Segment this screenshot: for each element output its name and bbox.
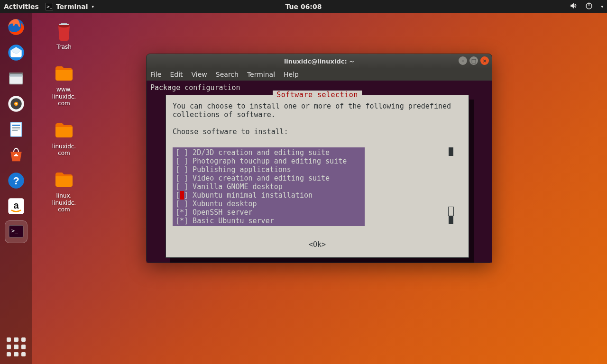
dock-files[interactable] <box>5 67 28 90</box>
svg-rect-16 <box>12 125 20 126</box>
folder-icon <box>53 168 75 191</box>
show-applications-button[interactable] <box>7 337 26 356</box>
gnome-topbar: Activities >_ Terminal ▾ Tue 06:08 ▾ <box>0 0 607 13</box>
svg-text:>_: >_ <box>11 228 18 234</box>
window-maximize-button[interactable]: □ <box>469 56 478 65</box>
svg-rect-9 <box>10 74 23 77</box>
menu-view[interactable]: View <box>192 71 207 78</box>
menu-file[interactable]: File <box>150 71 161 78</box>
svg-rect-18 <box>12 128 20 129</box>
tasksel-dialog: Software selection You can choose to ins… <box>166 95 469 258</box>
tasksel-scrollbar[interactable] <box>449 147 453 226</box>
menu-terminal[interactable]: Terminal <box>247 71 275 78</box>
desktop-folder-www-label: www. linuxidc. com <box>52 86 76 107</box>
folder-icon <box>53 118 75 141</box>
app-menu-label: Terminal <box>56 3 88 10</box>
dock-terminal[interactable]: >_ <box>5 220 28 243</box>
tasksel-option[interactable]: [ ] Vanilla GNOME desktop <box>173 182 365 191</box>
window-close-button[interactable]: × <box>480 56 489 65</box>
tasksel-option[interactable]: [ ] Publishing applications <box>173 165 365 174</box>
dock-amazon[interactable]: a <box>5 195 28 218</box>
dock-thunderbird[interactable] <box>5 41 28 64</box>
tasksel-option[interactable]: [*] OpenSSH server <box>173 208 365 217</box>
tasksel-title: Software selection <box>273 91 362 99</box>
system-menu-chevron-icon[interactable]: ▾ <box>601 4 603 9</box>
tasksel-option[interactable]: [ ] Xubuntu desktop <box>173 200 365 208</box>
tasksel-option[interactable]: [ ] 2D/3D creation and editing suite <box>173 148 365 157</box>
tasksel-lead1: You can choose to install one or more of… <box>173 102 462 110</box>
clock[interactable]: Tue 06:08 <box>285 3 322 10</box>
tasksel-option[interactable]: [ ] Video creation and editing suite <box>173 174 365 182</box>
dock-rhythmbox[interactable] <box>5 92 28 115</box>
svg-text:?: ? <box>13 175 19 187</box>
window-titlebar[interactable]: linuxidc@linuxidc: ~ – □ × <box>147 54 492 68</box>
tasksel-ok-button[interactable]: <Ok> <box>173 240 462 249</box>
tasksel-option[interactable]: [ ] Xubuntu minimal installation <box>173 191 365 200</box>
chevron-down-icon: ▾ <box>92 4 94 9</box>
folder-icon <box>53 62 75 84</box>
desktop-trash[interactable]: Trash <box>53 19 75 50</box>
tasksel-options: [ ] 2D/3D creation and editing suite[ ] … <box>173 147 462 226</box>
menu-help[interactable]: Help <box>284 71 299 78</box>
menu-search[interactable]: Search <box>216 71 239 78</box>
desktop-folder-linux-label: linux. linuxidc. com <box>52 192 76 213</box>
power-icon[interactable] <box>585 1 593 11</box>
tasksel-option[interactable]: [ ] Photograph touchup and editing suite <box>173 157 365 165</box>
terminal-body[interactable]: Package configuration Software selection… <box>147 81 492 263</box>
menu-edit[interactable]: Edit <box>170 71 183 78</box>
window-minimize-button[interactable]: – <box>459 56 467 65</box>
svg-rect-30 <box>59 24 69 25</box>
dock-help[interactable]: ? <box>5 169 28 192</box>
svg-point-13 <box>15 103 17 104</box>
desktop-folder-www[interactable]: www. linuxidc. com <box>52 62 76 107</box>
desktop-folder-linux[interactable]: linux. linuxidc. com <box>52 168 76 213</box>
dock: ? a >_ <box>0 13 32 364</box>
dock-writer[interactable] <box>5 118 28 141</box>
volume-icon[interactable] <box>570 1 578 11</box>
desktop-folder-linuxidc[interactable]: linuxidc. com <box>52 118 76 157</box>
dock-software[interactable] <box>5 144 28 166</box>
svg-rect-19 <box>12 130 18 131</box>
tasksel-prompt: Choose software to install: <box>173 127 462 136</box>
activities-button[interactable]: Activities <box>4 3 39 10</box>
terminal-icon: >_ <box>46 3 53 10</box>
window-title: linuxidc@linuxidc: ~ <box>284 58 354 65</box>
tasksel-lead2: collections of software. <box>173 110 462 119</box>
desktop-folder-linuxidc-label: linuxidc. com <box>52 143 76 157</box>
app-menu[interactable]: >_ Terminal ▾ <box>46 3 94 10</box>
desktop-trash-label: Trash <box>56 44 72 50</box>
tasksel-option[interactable]: [*] Basic Ubuntu server <box>173 217 365 225</box>
terminal-menubar: File Edit View Search Terminal Help <box>147 68 492 81</box>
desktop-icons: Trash www. linuxidc. com linuxidc. com l… <box>45 19 83 213</box>
terminal-window: linuxidc@linuxidc: ~ – □ × File Edit Vie… <box>146 54 492 263</box>
svg-rect-17 <box>12 127 20 128</box>
svg-text:a: a <box>13 200 19 210</box>
dock-firefox[interactable] <box>5 16 28 38</box>
